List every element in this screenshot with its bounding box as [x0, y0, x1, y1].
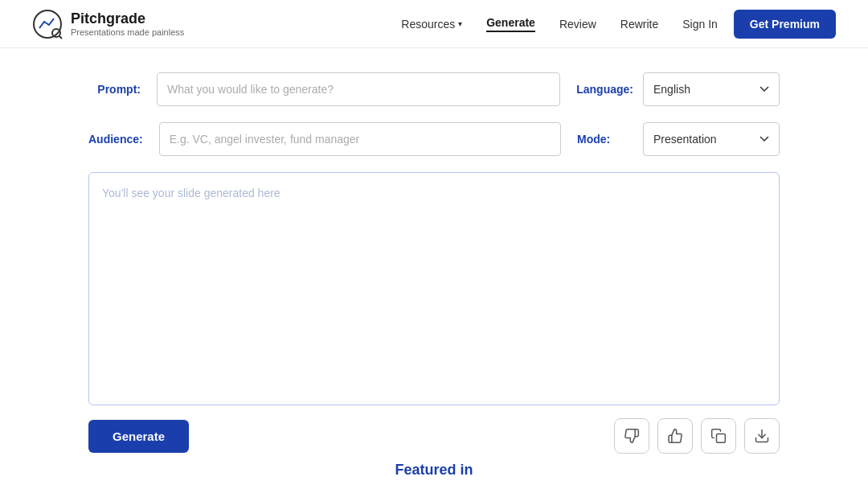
signin-button[interactable]: Sign In [682, 18, 718, 31]
copy-icon [710, 428, 727, 444]
mode-group: Mode: Presentation Document Summary [577, 122, 780, 156]
logo-area: Pitchgrade Presentations made painless [32, 9, 184, 39]
prompt-input[interactable] [157, 72, 560, 106]
nav-generate[interactable]: Generate [486, 16, 535, 32]
bottom-actions: Generate [88, 418, 780, 454]
thumbs-down-icon [624, 428, 640, 444]
resources-chevron-icon: ▾ [458, 19, 462, 28]
svg-rect-3 [717, 434, 726, 443]
main-content: Prompt: Language: English Spanish French… [0, 48, 868, 489]
audience-label: Audience: [88, 133, 143, 146]
get-premium-button[interactable]: Get Premium [734, 10, 836, 39]
logo-icon [32, 9, 63, 39]
output-placeholder: You'll see your slide generated here [102, 187, 280, 199]
logo-text-block: Pitchgrade Presentations made painless [71, 10, 184, 37]
download-button[interactable] [744, 418, 780, 454]
brand-subtitle: Presentations made painless [71, 27, 184, 37]
mode-select[interactable]: Presentation Document Summary [643, 122, 780, 156]
nav-rewrite[interactable]: Rewrite [620, 18, 658, 31]
copy-button[interactable] [701, 418, 736, 454]
featured-in-text: Featured in [395, 462, 473, 478]
mode-label: Mode: [577, 133, 633, 146]
language-label: Language: [576, 83, 633, 96]
action-icons [614, 418, 780, 454]
svg-line-2 [59, 35, 63, 39]
generate-button[interactable]: Generate [88, 420, 189, 453]
thumbs-down-button[interactable] [614, 418, 649, 454]
prompt-label: Prompt: [88, 83, 141, 96]
nav-links: Resources ▾ Generate Review Rewrite [401, 16, 658, 32]
footer-hint: Featured in [88, 454, 780, 479]
brand-title: Pitchgrade [71, 10, 184, 27]
language-group: Language: English Spanish French German … [576, 72, 780, 106]
download-icon [754, 428, 770, 444]
prompt-row: Prompt: Language: English Spanish French… [88, 72, 780, 106]
nav-review[interactable]: Review [559, 18, 596, 31]
nav-resources[interactable]: Resources ▾ [401, 18, 462, 31]
output-area: You'll see your slide generated here [88, 172, 780, 405]
audience-row: Audience: Mode: Presentation Document Su… [88, 122, 780, 156]
thumbs-up-button[interactable] [657, 418, 693, 454]
audience-input[interactable] [159, 122, 561, 156]
thumbs-up-icon [667, 428, 683, 444]
navbar: Pitchgrade Presentations made painless R… [0, 0, 868, 48]
language-select[interactable]: English Spanish French German Portuguese [643, 72, 780, 106]
